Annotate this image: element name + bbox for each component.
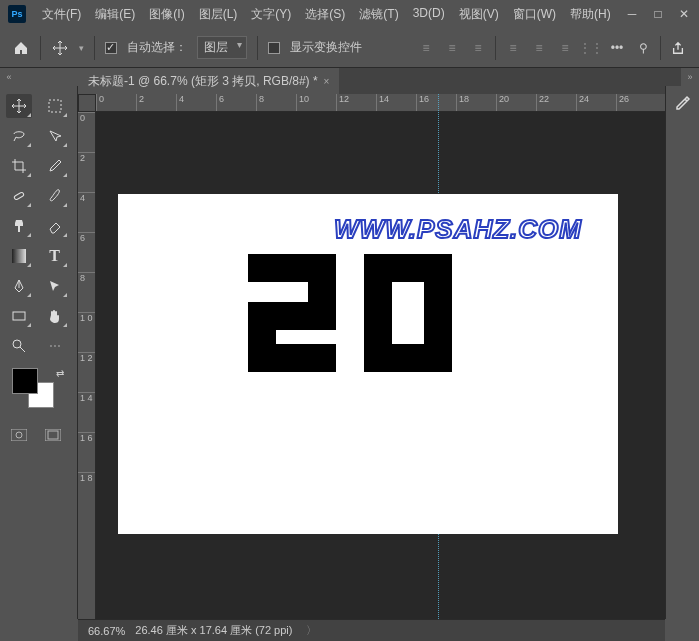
edit-toolbar-icon[interactable] (674, 94, 692, 112)
doc-dimensions[interactable]: 26.46 厘米 x 17.64 厘米 (72 ppi) (135, 623, 292, 638)
maximize-button[interactable]: □ (651, 7, 665, 21)
svg-rect-8 (48, 431, 58, 439)
document-canvas[interactable]: WWW.PSAHZ.COM (118, 194, 618, 534)
ruler-tick: 1 0 (78, 312, 95, 352)
watermark-text: WWW.PSAHZ.COM (334, 214, 582, 245)
svg-point-4 (13, 340, 21, 348)
show-transform-label: 显示变换控件 (290, 39, 362, 56)
foreground-color-swatch[interactable] (12, 368, 38, 394)
zoom-level[interactable]: 66.67% (88, 625, 125, 637)
move-tool-dropdown[interactable]: ▾ (79, 43, 84, 53)
align-bottom-icon[interactable]: ≡ (556, 39, 574, 57)
rectangle-tool[interactable] (6, 304, 32, 328)
close-tab-button[interactable]: × (324, 76, 330, 87)
window-controls: ─ □ ✕ (625, 7, 691, 21)
align-left-icon[interactable]: ≡ (417, 39, 435, 57)
brush-tool[interactable] (42, 184, 68, 208)
menu-help[interactable]: 帮助(H) (564, 2, 617, 27)
ruler-tick: 2 (136, 94, 176, 111)
ruler-horizontal[interactable]: 02468101214161820222426 (96, 94, 665, 112)
type-tool[interactable]: T (42, 244, 68, 268)
auto-select-label: 自动选择： (127, 39, 187, 56)
hand-tool[interactable] (42, 304, 68, 328)
ruler-tick: 4 (78, 192, 95, 232)
quick-select-tool[interactable] (42, 124, 68, 148)
ruler-vertical[interactable]: 024681 01 21 41 61 8 (78, 112, 96, 619)
more-options-icon[interactable]: ••• (608, 39, 626, 57)
menu-select[interactable]: 选择(S) (299, 2, 351, 27)
3d-mode-icon[interactable]: ⚲ (634, 39, 652, 57)
distribute-icon[interactable]: ⋮⋮ (582, 39, 600, 57)
align-top-icon[interactable]: ≡ (504, 39, 522, 57)
app-logo: Ps (8, 5, 26, 23)
status-more-icon[interactable]: 〉 (306, 623, 317, 638)
menu-window[interactable]: 窗口(W) (507, 2, 562, 27)
canvas-viewport[interactable]: 02468101214161820222426 024681 01 21 41 … (78, 94, 665, 619)
toolbox: T ⋯ ⇄ (0, 86, 78, 619)
show-transform-checkbox[interactable] (268, 42, 280, 54)
ruler-tick: 18 (456, 94, 496, 111)
ruler-tick: 12 (336, 94, 376, 111)
ruler-origin[interactable] (78, 94, 96, 112)
ruler-tick: 0 (96, 94, 136, 111)
move-tool[interactable] (6, 94, 32, 118)
collapse-toolbox-button[interactable]: « (0, 68, 18, 86)
divider (257, 36, 258, 60)
options-bar: ▾ 自动选择： 图层 显示变换控件 ≡ ≡ ≡ ≡ ≡ ≡ ⋮⋮ ••• ⚲ (0, 28, 699, 68)
eyedropper-tool[interactable] (42, 154, 68, 178)
document-tab[interactable]: 未标题-1 @ 66.7% (矩形 3 拷贝, RGB/8#) * × (78, 68, 339, 94)
auto-select-checkbox[interactable] (105, 42, 117, 54)
menu-layer[interactable]: 图层(L) (193, 2, 244, 27)
main-menu: 文件(F) 编辑(E) 图像(I) 图层(L) 文字(Y) 选择(S) 滤镜(T… (36, 2, 625, 27)
minimize-button[interactable]: ─ (625, 7, 639, 21)
zoom-tool[interactable] (6, 334, 32, 358)
swap-colors-icon[interactable]: ⇄ (56, 368, 64, 379)
ruler-tick: 8 (256, 94, 296, 111)
toolbar-more[interactable]: ⋯ (42, 334, 68, 358)
menu-edit[interactable]: 编辑(E) (89, 2, 141, 27)
ruler-tick: 8 (78, 272, 95, 312)
menu-file[interactable]: 文件(F) (36, 2, 87, 27)
share-icon[interactable] (669, 39, 687, 57)
collapse-panels-button[interactable]: » (681, 68, 699, 86)
clone-tool[interactable] (6, 214, 32, 238)
layer-select-dropdown[interactable]: 图层 (197, 36, 247, 59)
align-vcenter-icon[interactable]: ≡ (530, 39, 548, 57)
pen-tool[interactable] (6, 274, 32, 298)
ruler-tick: 1 6 (78, 432, 95, 472)
ruler-tick: 22 (536, 94, 576, 111)
screenmode-icon[interactable] (44, 426, 62, 444)
healing-tool[interactable] (6, 184, 32, 208)
artwork-digits (248, 254, 452, 372)
move-tool-icon[interactable] (51, 39, 69, 57)
menu-filter[interactable]: 滤镜(T) (353, 2, 404, 27)
menu-view[interactable]: 视图(V) (453, 2, 505, 27)
align-right-icon[interactable]: ≡ (469, 39, 487, 57)
gradient-tool[interactable] (6, 244, 32, 268)
right-panel-rail (665, 86, 699, 619)
crop-tool[interactable] (6, 154, 32, 178)
ruler-tick: 20 (496, 94, 536, 111)
align-center-icon[interactable]: ≡ (443, 39, 461, 57)
path-select-tool[interactable] (42, 274, 68, 298)
menu-image[interactable]: 图像(I) (143, 2, 190, 27)
quickmask-icon[interactable] (10, 426, 28, 444)
menu-type[interactable]: 文字(Y) (245, 2, 297, 27)
titlebar: Ps 文件(F) 编辑(E) 图像(I) 图层(L) 文字(Y) 选择(S) 滤… (0, 0, 699, 28)
divider (94, 36, 95, 60)
svg-rect-5 (11, 429, 27, 441)
lasso-tool[interactable] (6, 124, 32, 148)
menu-3d[interactable]: 3D(D) (407, 2, 451, 27)
ruler-tick: 6 (216, 94, 256, 111)
svg-rect-1 (14, 192, 25, 200)
divider (495, 36, 496, 60)
marquee-tool[interactable] (42, 94, 68, 118)
ruler-tick: 26 (616, 94, 656, 111)
svg-rect-3 (13, 312, 25, 320)
home-icon[interactable] (12, 39, 30, 57)
color-swatches: ⇄ (6, 368, 71, 412)
ruler-tick: 4 (176, 94, 216, 111)
eraser-tool[interactable] (42, 214, 68, 238)
ruler-tick: 14 (376, 94, 416, 111)
close-window-button[interactable]: ✕ (677, 7, 691, 21)
